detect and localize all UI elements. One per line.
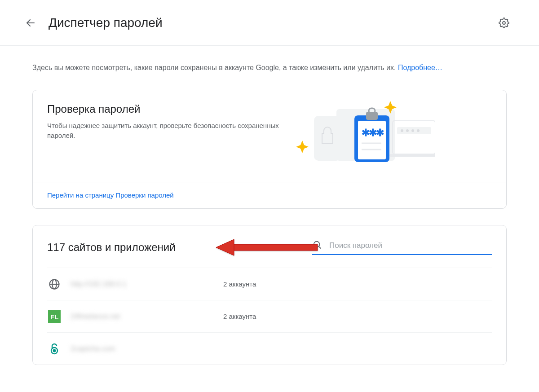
site-name: 24freelance.net	[71, 313, 223, 321]
sites-count-title: 117 сайтов и приложений	[47, 241, 176, 254]
intro-description: Здесь вы можете посмотреть, какие пароли…	[32, 64, 398, 71]
checkup-illustration: ✱✱✱	[292, 100, 435, 169]
svg-rect-5	[389, 154, 435, 157]
card-action: Перейти на страницу Проверки паролей	[33, 182, 506, 208]
svg-point-30	[53, 349, 55, 351]
search-icon	[312, 240, 322, 251]
search-field[interactable]	[312, 240, 492, 255]
account-count: 2 аккаунта	[223, 313, 256, 320]
go-to-checkup-link[interactable]: Перейти на страницу Проверки паролей	[47, 191, 174, 199]
site-favicon-icon: FL	[47, 309, 62, 324]
svg-rect-20	[232, 244, 318, 251]
gear-icon	[499, 18, 509, 28]
annotation-arrow-icon	[213, 238, 321, 257]
svg-rect-4	[393, 121, 435, 154]
svg-point-8	[406, 129, 409, 132]
svg-point-10	[417, 129, 420, 132]
svg-point-9	[411, 129, 414, 132]
header: Диспетчер паролей	[0, 0, 539, 46]
list-header: 117 сайтов и приложений	[47, 240, 492, 255]
svg-text:FL: FL	[50, 313, 58, 321]
account-count: 2 аккаунта	[223, 280, 256, 288]
search-input[interactable]	[329, 241, 492, 250]
checkup-description: Чтобы надежнее защитить аккаунт, проверь…	[47, 121, 281, 141]
svg-point-22	[314, 242, 320, 247]
svg-point-7	[401, 129, 403, 132]
page-title: Диспетчер паролей	[49, 16, 499, 30]
arrow-left-icon	[25, 18, 36, 28]
site-row[interactable]: http://192.168.0.1 2 аккаунта	[47, 268, 492, 300]
main-container: Здесь вы можете посмотреть, какие пароли…	[0, 46, 539, 365]
intro-text: Здесь вы можете посмотреть, какие пароли…	[32, 64, 507, 72]
lock-open-icon	[47, 342, 62, 356]
site-name: 2captcha.com	[71, 345, 223, 353]
site-row[interactable]: 2captcha.com	[47, 332, 492, 365]
svg-point-1	[503, 22, 505, 24]
globe-icon	[47, 277, 62, 291]
svg-line-23	[319, 247, 321, 248]
site-row[interactable]: FL 24freelance.net 2 аккаунта	[47, 300, 492, 332]
password-list-card: 117 сайтов и приложений http://192.168.0…	[32, 225, 507, 365]
card-body: Проверка паролей Чтобы надежнее защитить…	[33, 90, 506, 182]
svg-rect-12	[358, 121, 386, 159]
settings-button[interactable]	[499, 18, 509, 28]
checkup-title: Проверка паролей	[47, 103, 281, 115]
svg-text:✱: ✱	[376, 127, 384, 138]
clipboard-password-icon: ✱✱✱	[292, 100, 435, 167]
svg-marker-21	[216, 239, 234, 255]
card-text: Проверка паролей Чтобы надежнее защитить…	[47, 103, 281, 141]
back-button[interactable]	[25, 18, 36, 28]
password-checkup-card: Проверка паролей Чтобы надежнее защитить…	[32, 90, 507, 209]
site-name: http://192.168.0.1	[71, 280, 223, 288]
learn-more-link[interactable]: Подробнее…	[398, 64, 442, 71]
